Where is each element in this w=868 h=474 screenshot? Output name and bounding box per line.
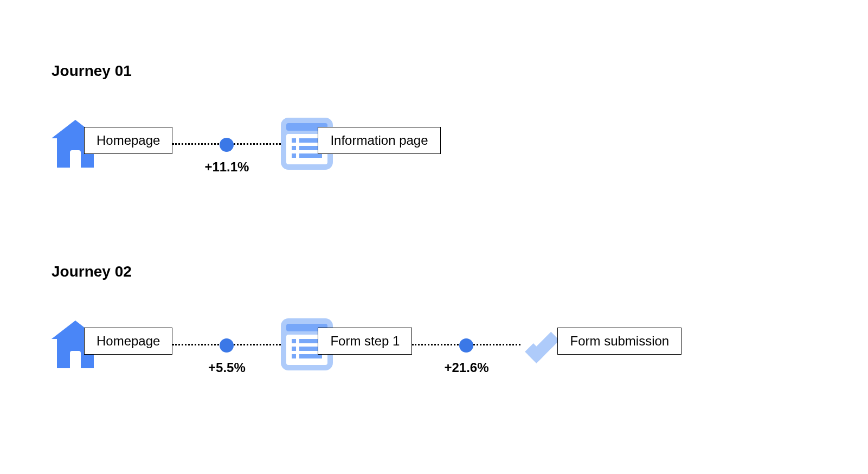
node-homepage: Homepage [52,120,172,168]
journey-title: Journey 01 [52,62,441,80]
dotted-line [412,344,520,345]
dotted-line [172,344,281,345]
percentage-label: +5.5% [208,360,246,375]
node-label: Homepage [84,127,172,154]
journey-flow: Homepage +5.5% Form step 1 [52,318,681,370]
percentage-label: +11.1% [204,159,249,175]
dot-marker [220,338,234,353]
node-label: Homepage [84,328,172,355]
dotted-line [172,143,281,145]
node-form-step-1: Form step 1 [281,318,412,370]
connector: +11.1% [172,143,281,145]
node-label: Form step 1 [318,328,412,355]
node-information-page: Information page [281,118,440,170]
dot-marker [459,338,473,353]
node-homepage: Homepage [52,321,172,368]
node-label: Form submission [557,328,681,355]
connector: +5.5% [172,344,281,345]
node-label: Information page [318,127,440,154]
journey-flow: Homepage +11.1% Information page [52,118,441,170]
percentage-label: +21.6% [444,360,488,375]
journey-02: Journey 02 Homepage +5.5% [52,263,681,370]
dot-marker [220,138,234,152]
journey-01: Journey 01 Homepage +11.1% [52,62,441,170]
connector: +21.6% [412,344,520,345]
node-form-submission: Form submission [520,318,681,370]
journey-title: Journey 02 [52,263,681,280]
